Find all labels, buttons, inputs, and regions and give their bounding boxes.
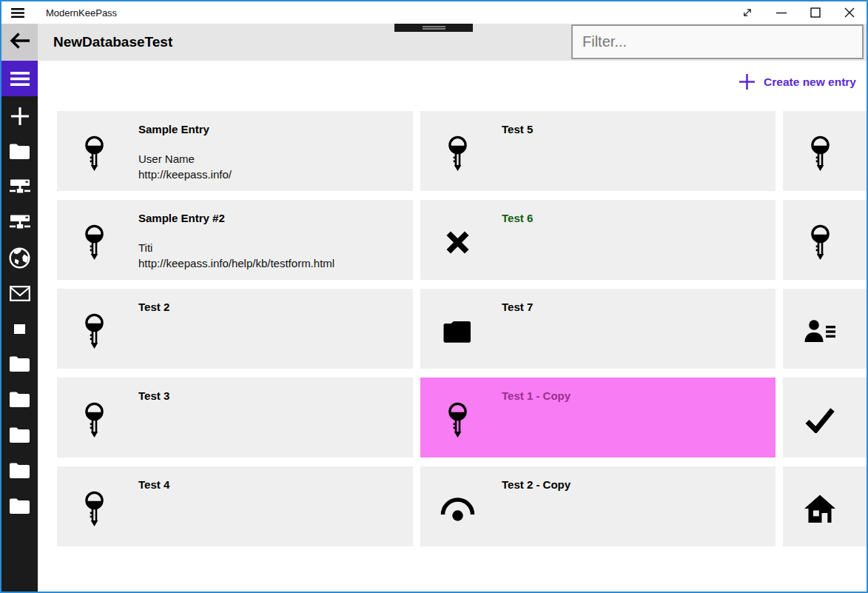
folder-icon xyxy=(10,144,30,159)
window-controls xyxy=(730,1,867,24)
sidebar-item-9-folder[interactable] xyxy=(1,386,38,412)
entry-detail-line: User Name xyxy=(138,151,232,167)
maximize-icon xyxy=(809,6,822,19)
square-icon xyxy=(14,324,25,334)
entry-card[interactable]: Test 2 xyxy=(57,289,413,369)
sidebar-item-8-folder[interactable] xyxy=(1,351,38,376)
entry-card[interactable]: Test 7 xyxy=(420,289,776,369)
entry-title: Test 1 - Copy xyxy=(502,389,571,402)
eye-icon xyxy=(435,486,480,531)
minimize-icon xyxy=(775,6,788,19)
titlebar-hamburger-button[interactable] xyxy=(11,8,24,18)
folder-icon xyxy=(435,309,480,353)
folder-icon xyxy=(10,498,30,514)
network-drive-icon xyxy=(10,178,30,195)
entry-card[interactable]: Test 2 - Copy xyxy=(420,466,776,546)
check-icon xyxy=(798,398,842,442)
entry-title: Test 7 xyxy=(502,301,533,313)
sidebar-item-4-network-drive[interactable] xyxy=(1,209,38,234)
entry-title: Test 6 xyxy=(502,212,533,224)
back-arrow-icon xyxy=(9,32,31,53)
entry-card[interactable]: Test 1 - Copy xyxy=(420,378,776,458)
back-button[interactable] xyxy=(1,24,38,61)
entry-detail-line: Titi xyxy=(138,240,334,255)
drag-handle-line xyxy=(423,26,445,27)
entry-title: Sample Entry xyxy=(138,123,209,135)
entry-title: Test 4 xyxy=(138,478,169,491)
sidebar-item-12-folder[interactable] xyxy=(1,493,38,518)
entry-card[interactable]: Test 4 xyxy=(57,466,413,546)
sidebar-item-7-square[interactable] xyxy=(1,316,38,341)
entry-title: Test 2 xyxy=(138,301,169,313)
hamburger-icon xyxy=(11,8,24,18)
folder-icon xyxy=(10,392,30,407)
fullscreen-toggle-icon xyxy=(740,5,755,20)
sidebar-item-11-folder[interactable] xyxy=(1,458,38,483)
sidebar-item-10-folder[interactable] xyxy=(1,422,38,447)
key-icon xyxy=(72,309,116,353)
entry-card[interactable]: Test 3 xyxy=(57,378,413,458)
hamburger-icon xyxy=(10,72,30,86)
entry-grid: Sample EntryUser Namehttp://keepass.info… xyxy=(57,111,868,546)
entry-card[interactable]: Test 5 xyxy=(420,111,776,191)
key-icon xyxy=(72,131,116,175)
close-icon xyxy=(843,6,856,19)
create-new-entry-label: Create new entry xyxy=(764,76,856,89)
sidebar-item-5-globe[interactable] xyxy=(1,245,38,270)
entry-title: Test 3 xyxy=(138,389,169,402)
cross-icon xyxy=(435,220,480,264)
sidebar-item-6-mail[interactable] xyxy=(1,281,38,306)
entry-card[interactable] xyxy=(783,466,868,546)
key-icon xyxy=(798,131,842,175)
app-titlebar: ModernKeePass xyxy=(1,1,867,24)
folder-icon xyxy=(10,463,30,478)
folder-icon xyxy=(10,356,30,372)
entry-card[interactable] xyxy=(783,200,868,280)
app-title: ModernKeePass xyxy=(46,7,117,19)
entry-card[interactable] xyxy=(783,289,868,369)
key-icon xyxy=(72,398,116,442)
entry-card[interactable]: Sample EntryUser Namehttp://keepass.info… xyxy=(57,111,413,191)
maximize-button[interactable] xyxy=(798,1,832,24)
sidebar-menu-button[interactable] xyxy=(1,61,38,96)
key-icon xyxy=(72,220,116,264)
entry-card[interactable] xyxy=(783,111,868,191)
key-icon xyxy=(798,220,842,264)
close-button[interactable] xyxy=(832,1,867,24)
drag-handle-popup xyxy=(394,24,473,32)
entry-title: Test 5 xyxy=(502,123,533,135)
plus-icon xyxy=(739,73,756,90)
fullscreen-toggle-button[interactable] xyxy=(730,1,764,24)
entry-title: Sample Entry #2 xyxy=(138,212,225,224)
drag-handle-line xyxy=(423,28,445,30)
sidebar-item-3-network-drive[interactable] xyxy=(1,173,38,198)
sidebar xyxy=(1,61,38,592)
entry-detail-line: http://keepass.info/help/kb/testform.htm… xyxy=(138,255,334,271)
contact-icon xyxy=(798,309,842,353)
network-drive-icon xyxy=(10,213,30,230)
home-icon xyxy=(798,486,842,531)
entry-details: Titihttp://keepass.info/help/kb/testform… xyxy=(138,240,334,271)
minimize-button[interactable] xyxy=(764,1,798,24)
folder-icon xyxy=(10,427,30,443)
sidebar-item-2-folder[interactable] xyxy=(1,138,38,164)
key-icon xyxy=(72,486,116,531)
create-new-entry-button[interactable]: Create new entry xyxy=(739,73,856,90)
mail-icon xyxy=(10,286,30,301)
entry-detail-line: http://keepass.info/ xyxy=(138,167,232,182)
entry-card[interactable] xyxy=(783,378,868,458)
entry-card[interactable]: Test 6 xyxy=(420,200,776,280)
sidebar-item-1-plus[interactable] xyxy=(1,104,38,129)
globe-icon xyxy=(9,247,30,269)
key-icon xyxy=(435,131,480,175)
filter-input[interactable] xyxy=(571,24,864,59)
entry-card[interactable]: Sample Entry #2Titihttp://keepass.info/h… xyxy=(57,200,413,280)
key-icon xyxy=(435,398,480,442)
page-title: NewDatabaseTest xyxy=(53,24,172,61)
plus-icon xyxy=(10,106,30,127)
entry-title: Test 2 - Copy xyxy=(502,478,571,491)
entry-details: User Namehttp://keepass.info/ xyxy=(138,151,232,182)
